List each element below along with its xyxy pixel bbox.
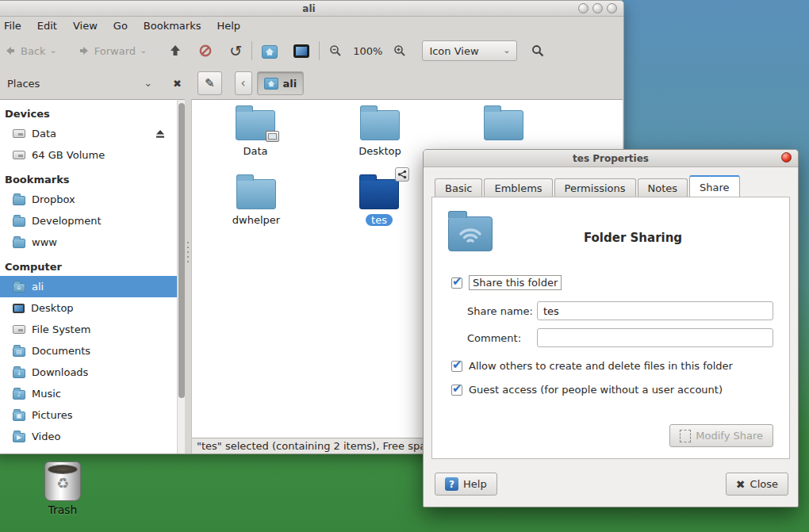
sidebar-item-www[interactable]: www [0,232,177,253]
sidebar-section-bookmarks: Bookmarks [0,166,177,189]
file-unnamed[interactable] [460,105,547,145]
fm-titlebar[interactable]: ali [0,1,623,17]
edit-path-button[interactable]: ✎ [197,71,222,95]
forward-button[interactable]: Forward ⌄ [73,41,152,60]
allow-others-checkbox[interactable]: ✔ [451,361,462,372]
file-tes[interactable]: tes [335,174,423,226]
dialog-titlebar[interactable]: tes Properties [424,150,798,167]
sidebar-scrollbar[interactable] [177,99,185,454]
share-name-row: Share name: [467,301,773,320]
guest-access-label: Guest access (for people without a user … [469,384,723,396]
drive-emblem-icon [266,131,279,142]
sidebar-item-ali[interactable]: ⌂ ali [0,276,177,297]
desktop-button[interactable] [289,41,314,61]
close-button[interactable] [607,3,617,13]
close-dialog-button[interactable]: ✖ Close [726,473,788,496]
menu-go[interactable]: Go [105,18,136,33]
home-button[interactable] [257,40,282,62]
path-scroll-left-button[interactable]: ‹ [235,71,252,95]
sidebar-item-development[interactable]: Development [0,210,177,232]
sidebar-item-label: www [32,236,57,248]
tab-share[interactable]: Share [689,175,740,198]
pane-splitter[interactable] [185,99,191,454]
shared-folder-icon [448,216,493,251]
tab-emblems[interactable]: Emblems [484,178,552,197]
view-mode-select[interactable]: Icon View ⌄ [422,40,517,61]
zoom-out-button[interactable] [324,41,347,60]
check-icon: ✔ [452,358,462,372]
file-label-selected: tes [366,214,393,226]
eject-icon[interactable] [155,129,166,139]
sidebar-item-video[interactable]: ▶ Video [0,426,177,447]
modify-share-icon [680,430,691,442]
selected-folder-icon [359,179,399,209]
trash-can-icon: ♻ [44,461,81,501]
menu-file[interactable]: File [0,18,29,33]
sidebar-item-music[interactable]: ♪ Music [0,383,177,404]
refresh-button[interactable]: ↺ [224,41,247,60]
guest-access-checkbox[interactable]: ✔ [451,385,462,396]
sidebar-item-64gb-volume[interactable]: 64 GB Volume [0,144,177,166]
chevron-down-icon[interactable]: ⌄ [140,48,147,54]
tab-permissions[interactable]: Permissions [554,178,636,197]
menu-help[interactable]: Help [209,18,248,33]
menubar: File Edit View Go Bookmarks Help [0,17,623,34]
drive-icon [13,129,25,138]
comment-input[interactable] [537,328,773,347]
dialog-close-button[interactable] [781,152,792,163]
stop-button[interactable] [194,41,217,60]
sidebar-item-label: Music [32,388,61,400]
file-desktop[interactable]: Desktop [336,105,424,157]
share-name-input[interactable] [537,301,773,320]
downloads-folder-icon: ↓ [13,369,25,378]
scrollbar-thumb[interactable] [178,103,185,398]
sidebar-item-desktop[interactable]: Desktop [0,297,177,319]
sidebar-item-label: File System [32,323,90,335]
places-sidebar: Devices Data 64 GB Volume Bookmarks Drop… [0,99,177,454]
maximize-button[interactable] [592,3,603,13]
file-data[interactable]: Data [212,105,299,157]
up-button[interactable] [164,41,186,60]
share-checkbox-label[interactable]: Share this folder [469,275,562,290]
allow-others-row[interactable]: ✔ Allow others to create and delete file… [451,360,789,372]
desktop-monitor-icon [13,304,25,313]
search-button[interactable] [527,41,549,60]
sidebar-item-label: Downloads [32,366,88,378]
up-arrow-icon [169,44,182,57]
menu-view[interactable]: View [65,18,105,33]
tab-basic[interactable]: Basic [435,178,482,197]
sidebar-item-pictures[interactable]: ▣ Pictures [0,404,177,426]
tab-notes[interactable]: Notes [638,178,688,197]
help-button[interactable]: ? Help [435,473,497,496]
minimize-button[interactable] [578,3,589,13]
folder-sharing-heading: Folder Sharing [493,231,773,245]
path-segment-ali[interactable]: ali [257,71,305,95]
zoom-in-button[interactable] [389,41,411,60]
trash-desktop-icon[interactable]: ♻ Trash [35,461,90,516]
menu-edit[interactable]: Edit [29,18,65,33]
chevron-down-icon[interactable]: ⌄ [50,48,57,54]
file-dwhelper[interactable]: dwhelper [213,174,300,226]
menu-bookmarks[interactable]: Bookmarks [136,18,209,33]
places-dropdown-icon[interactable]: ⌄ [144,80,152,86]
folder-icon [236,110,275,140]
dialog-title: tes Properties [573,153,649,164]
share-checkbox[interactable]: ✔ [451,277,462,289]
video-folder-icon: ▶ [13,433,25,442]
sidebar-item-dropbox[interactable]: Dropbox [0,189,177,210]
sidebar-section-computer: Computer [0,253,177,276]
places-title: Places [7,78,40,90]
guest-access-row[interactable]: ✔ Guest access (for people without a use… [451,384,789,396]
share-this-folder-row[interactable]: ✔ Share this folder [451,275,789,290]
modify-share-label: Modify Share [696,430,763,442]
music-folder-icon: ♪ [13,390,25,400]
sidebar-item-data[interactable]: Data [0,123,177,144]
back-button[interactable]: Back ⌄ [0,41,62,60]
sidebar-item-file-system[interactable]: File System [0,319,177,340]
desktop-monitor-icon [293,44,309,58]
modify-share-button[interactable]: Modify Share [669,424,773,447]
sidebar-item-documents[interactable]: ▤ Documents [0,340,177,362]
sidebar-item-downloads[interactable]: ↓ Downloads [0,362,177,383]
help-label: Help [463,478,487,490]
places-close-icon[interactable]: ✖ [173,78,182,90]
